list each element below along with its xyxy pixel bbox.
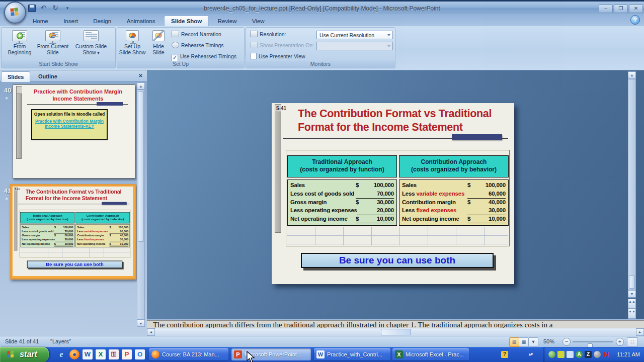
scrollbar-thumb[interactable] <box>381 329 411 335</box>
tab-review[interactable]: Review <box>211 16 244 27</box>
from-current-slide-button[interactable]: From Current Slide <box>37 29 69 60</box>
notes-pane[interactable]: The contribution approach differs from t… <box>147 320 644 328</box>
banner-textbox[interactable]: Be sure you can use both <box>27 261 123 268</box>
table-row: Less operating expenses20,000 <box>290 207 394 215</box>
use-presenter-view-checkbox[interactable]: Use Presenter View <box>250 53 305 61</box>
close-icon[interactable]: ✕ <box>137 72 144 79</box>
office-button[interactable] <box>4 2 26 24</box>
tray-icon-1[interactable] <box>548 351 555 358</box>
outlook-icon[interactable]: O <box>135 349 145 359</box>
help-icon[interactable]: ? <box>630 15 640 25</box>
record-narration-button[interactable]: Record Narration <box>172 31 221 39</box>
slide-show-view-button[interactable]: ▼ <box>528 337 538 347</box>
start-button[interactable]: start <box>0 347 49 362</box>
table-row: Net operating income$10,000 <box>402 215 506 224</box>
tray-icon-7[interactable]: N <box>603 351 610 358</box>
excel-icon[interactable]: X <box>96 349 106 359</box>
firefox-icon[interactable]: ● <box>69 349 79 359</box>
minimize-button[interactable]: – <box>599 5 613 13</box>
scrollbar-thumb[interactable] <box>138 91 144 242</box>
slide-thumbnail-40[interactable]: Practice with Contribution Margin Income… <box>13 84 135 178</box>
fit-to-window-icon[interactable]: ⛶ <box>627 337 638 347</box>
table-row: Net operating income$10,000 <box>77 242 128 246</box>
set-up-slide-show-button[interactable]: Set Up Slide Show <box>118 29 146 60</box>
scroll-left-icon[interactable]: ◄ <box>147 328 155 336</box>
tray-icon-6[interactable] <box>594 351 601 358</box>
internet-explorer-icon[interactable]: e <box>56 349 66 359</box>
scroll-down-icon[interactable]: ▼ <box>137 320 145 327</box>
from-beginning-button[interactable]: From Beginning <box>4 29 36 60</box>
zoom-in-icon[interactable]: + <box>616 338 624 346</box>
save-icon[interactable] <box>28 5 36 12</box>
table-row: Less cost of goods sold70,000 <box>290 190 394 199</box>
tray-icon-3[interactable] <box>567 351 574 358</box>
redo-icon[interactable]: ↻ <box>51 4 60 12</box>
taskbar-button-word-practice[interactable]: W Practice_with_Contri... <box>314 348 390 360</box>
word-icon[interactable]: W <box>83 349 93 359</box>
qat-customize-icon[interactable]: ▾ <box>63 4 72 12</box>
powerpoint-icon[interactable]: P <box>122 349 132 359</box>
hide-icons-chevron-icon[interactable]: ▴▾ <box>527 351 534 358</box>
zoom-out-icon[interactable]: − <box>562 338 571 346</box>
slide-title-textbox[interactable]: The Contribution Format vs Traditional F… <box>298 107 503 134</box>
tab-home[interactable]: Home <box>26 16 55 27</box>
taskbar-button-powerpoint-active[interactable]: P Microsoft PowerPoint ... <box>231 348 311 360</box>
tab-view[interactable]: View <box>246 16 271 27</box>
traditional-header-cell: Traditional Approach (costs organized by… <box>287 155 397 177</box>
previous-slide-icon[interactable]: ▲▲ <box>628 299 636 309</box>
banner-textbox[interactable]: Be sure you can use both <box>301 253 494 268</box>
access-key-icon[interactable]: ⚿ <box>109 349 119 359</box>
scrollbar-thumb[interactable] <box>629 276 635 289</box>
tab-slides[interactable]: Slides <box>1 71 30 82</box>
windows-flag-icon <box>7 350 14 358</box>
scroll-down-icon[interactable]: ▼ <box>628 290 636 298</box>
rehearse-timings-button[interactable]: Rehearse Timings <box>172 42 224 50</box>
scroll-up-icon[interactable]: ▲ <box>137 82 145 89</box>
use-rehearsed-timings-checkbox[interactable]: ✓Use Rehearsed Timings <box>172 53 236 61</box>
tab-insert[interactable]: Insert <box>57 16 85 27</box>
next-slide-icon[interactable]: ▼▼ <box>628 309 636 319</box>
undo-icon[interactable]: ↶ <box>39 4 48 12</box>
table-row: Less variable expenses60,000 <box>402 190 506 199</box>
scroll-up-icon[interactable]: ▲ <box>628 71 636 79</box>
comparison-table[interactable]: Traditional Approach (costs organized by… <box>286 150 510 246</box>
table-row: Sales$100,000 <box>290 182 394 190</box>
tray-icon-4[interactable]: A <box>576 351 583 358</box>
taskbar-button-excel[interactable]: X Microsoft Excel - Prac... <box>392 348 469 360</box>
security-alert-icon[interactable]: ? <box>501 351 508 358</box>
custom-slide-show-button[interactable]: Custom Slide Show ▾ <box>75 29 107 60</box>
tab-design[interactable]: Design <box>87 16 118 27</box>
slide-sorter-view-button[interactable]: ▦ <box>519 337 529 347</box>
main-vertical-scrollbar[interactable] <box>628 79 636 290</box>
close-button[interactable]: ✕ <box>629 5 643 13</box>
comparison-table[interactable]: Traditional Approach (costs organized by… <box>20 210 130 257</box>
dropdown-caret-icon: ▾ <box>98 51 100 55</box>
slides-panel-scrollbar[interactable] <box>137 89 145 320</box>
ribbon: From Beginning From Current Slide Custom… <box>0 26 644 70</box>
slide-page-code: 5-41 <box>15 188 20 190</box>
show-presentation-on-dropdown <box>316 42 393 50</box>
restore-button[interactable]: ❐ <box>614 5 628 13</box>
animation-indicator-icon: ✶ <box>5 196 9 202</box>
chevron-down-icon <box>387 45 390 47</box>
table-row: Less fixed expenses30,000 <box>402 207 506 215</box>
scroll-right-icon[interactable]: ► <box>636 328 644 336</box>
taskbar-button-firefox-course[interactable]: Course: BA 213: Man... <box>149 348 228 360</box>
horizontal-scrollbar[interactable]: ◄ ► <box>147 328 644 336</box>
group-label-start-slide-show: Start Slide Show <box>2 61 115 68</box>
resolution-dropdown[interactable]: Use Current Resolution <box>316 31 393 39</box>
slide-thumbnail-41-selected[interactable]: 5-41 The Contribution Format vs Traditio… <box>10 184 136 280</box>
hide-slide-button[interactable]: Hide Slide <box>147 29 170 60</box>
thumb41-slide: 5-41 The Contribution Format vs Traditio… <box>13 187 133 276</box>
notes-text: The contribution approach differs from t… <box>147 321 644 328</box>
tray-icon-5[interactable]: Z <box>585 351 592 358</box>
tab-outline[interactable]: Outline <box>32 71 63 81</box>
current-slide[interactable]: 5-41 The Contribution Format vs Traditio… <box>272 103 514 284</box>
zoom-slider[interactable] <box>573 341 613 342</box>
normal-view-button[interactable]: ▤ <box>509 337 519 347</box>
tab-slide-show[interactable]: Slide Show <box>164 16 209 27</box>
tray-icon-2[interactable] <box>557 351 565 358</box>
slide-title-textbox[interactable]: The Contribution Format vs Traditional F… <box>26 189 127 202</box>
tab-animations[interactable]: Animations <box>120 16 162 27</box>
divider-accent-block <box>97 102 123 106</box>
